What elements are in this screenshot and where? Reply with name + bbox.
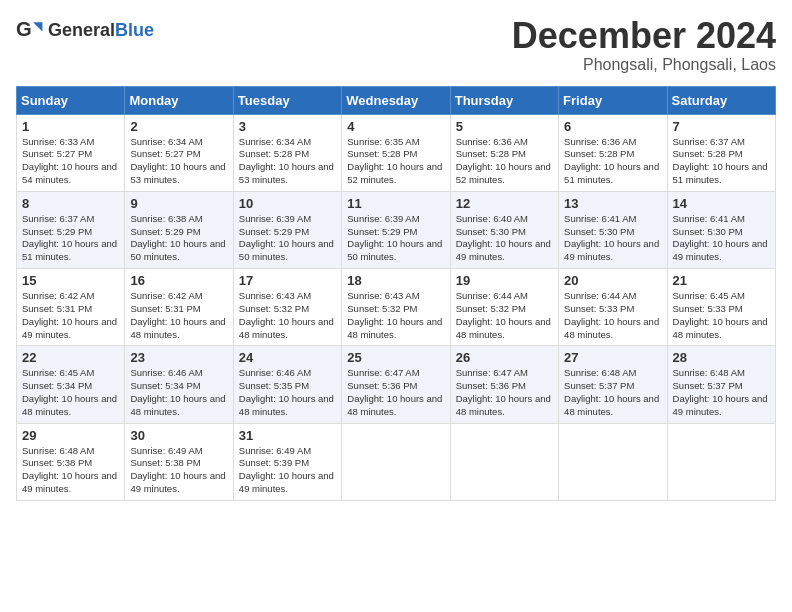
day-number: 4: [347, 119, 444, 134]
calendar-cell: 17Sunrise: 6:43 AMSunset: 5:32 PMDayligh…: [233, 269, 341, 346]
weekday-header-saturday: Saturday: [667, 86, 775, 114]
calendar: SundayMondayTuesdayWednesdayThursdayFrid…: [16, 86, 776, 501]
day-number: 20: [564, 273, 661, 288]
cell-info: Sunrise: 6:39 AMSunset: 5:29 PMDaylight:…: [239, 213, 336, 264]
cell-info: Sunrise: 6:42 AMSunset: 5:31 PMDaylight:…: [130, 290, 227, 341]
day-number: 9: [130, 196, 227, 211]
logo-icon: G: [16, 16, 44, 44]
cell-info: Sunrise: 6:47 AMSunset: 5:36 PMDaylight:…: [456, 367, 553, 418]
calendar-cell: 9Sunrise: 6:38 AMSunset: 5:29 PMDaylight…: [125, 191, 233, 268]
cell-info: Sunrise: 6:46 AMSunset: 5:35 PMDaylight:…: [239, 367, 336, 418]
day-number: 29: [22, 428, 119, 443]
cell-info: Sunrise: 6:49 AMSunset: 5:38 PMDaylight:…: [130, 445, 227, 496]
location-title: Phongsali, Phongsali, Laos: [512, 56, 776, 74]
calendar-cell: 8Sunrise: 6:37 AMSunset: 5:29 PMDaylight…: [17, 191, 125, 268]
day-number: 21: [673, 273, 770, 288]
cell-info: Sunrise: 6:34 AMSunset: 5:27 PMDaylight:…: [130, 136, 227, 187]
cell-info: Sunrise: 6:46 AMSunset: 5:34 PMDaylight:…: [130, 367, 227, 418]
weekday-header-sunday: Sunday: [17, 86, 125, 114]
day-number: 30: [130, 428, 227, 443]
logo-blue-text: Blue: [115, 20, 154, 40]
calendar-cell: [559, 423, 667, 500]
cell-info: Sunrise: 6:33 AMSunset: 5:27 PMDaylight:…: [22, 136, 119, 187]
cell-info: Sunrise: 6:45 AMSunset: 5:34 PMDaylight:…: [22, 367, 119, 418]
day-number: 22: [22, 350, 119, 365]
week-row-3: 15Sunrise: 6:42 AMSunset: 5:31 PMDayligh…: [17, 269, 776, 346]
day-number: 31: [239, 428, 336, 443]
day-number: 17: [239, 273, 336, 288]
day-number: 11: [347, 196, 444, 211]
calendar-cell: 28Sunrise: 6:48 AMSunset: 5:37 PMDayligh…: [667, 346, 775, 423]
calendar-cell: 12Sunrise: 6:40 AMSunset: 5:30 PMDayligh…: [450, 191, 558, 268]
calendar-cell: 27Sunrise: 6:48 AMSunset: 5:37 PMDayligh…: [559, 346, 667, 423]
week-row-4: 22Sunrise: 6:45 AMSunset: 5:34 PMDayligh…: [17, 346, 776, 423]
logo-general-text: General: [48, 20, 115, 40]
calendar-cell: 19Sunrise: 6:44 AMSunset: 5:32 PMDayligh…: [450, 269, 558, 346]
header: G GeneralBlue December 2024 Phongsali, P…: [16, 16, 776, 74]
day-number: 24: [239, 350, 336, 365]
svg-marker-1: [33, 22, 42, 31]
day-number: 8: [22, 196, 119, 211]
day-number: 12: [456, 196, 553, 211]
calendar-cell: 31Sunrise: 6:49 AMSunset: 5:39 PMDayligh…: [233, 423, 341, 500]
cell-info: Sunrise: 6:37 AMSunset: 5:29 PMDaylight:…: [22, 213, 119, 264]
calendar-cell: 29Sunrise: 6:48 AMSunset: 5:38 PMDayligh…: [17, 423, 125, 500]
day-number: 7: [673, 119, 770, 134]
cell-info: Sunrise: 6:45 AMSunset: 5:33 PMDaylight:…: [673, 290, 770, 341]
cell-info: Sunrise: 6:43 AMSunset: 5:32 PMDaylight:…: [239, 290, 336, 341]
logo: G GeneralBlue: [16, 16, 154, 44]
cell-info: Sunrise: 6:36 AMSunset: 5:28 PMDaylight:…: [564, 136, 661, 187]
day-number: 19: [456, 273, 553, 288]
day-number: 6: [564, 119, 661, 134]
calendar-cell: 23Sunrise: 6:46 AMSunset: 5:34 PMDayligh…: [125, 346, 233, 423]
weekday-header-friday: Friday: [559, 86, 667, 114]
calendar-cell: 5Sunrise: 6:36 AMSunset: 5:28 PMDaylight…: [450, 114, 558, 191]
week-row-1: 1Sunrise: 6:33 AMSunset: 5:27 PMDaylight…: [17, 114, 776, 191]
weekday-header-tuesday: Tuesday: [233, 86, 341, 114]
calendar-cell: 15Sunrise: 6:42 AMSunset: 5:31 PMDayligh…: [17, 269, 125, 346]
cell-info: Sunrise: 6:42 AMSunset: 5:31 PMDaylight:…: [22, 290, 119, 341]
cell-info: Sunrise: 6:44 AMSunset: 5:32 PMDaylight:…: [456, 290, 553, 341]
cell-info: Sunrise: 6:38 AMSunset: 5:29 PMDaylight:…: [130, 213, 227, 264]
calendar-cell: 13Sunrise: 6:41 AMSunset: 5:30 PMDayligh…: [559, 191, 667, 268]
day-number: 3: [239, 119, 336, 134]
day-number: 28: [673, 350, 770, 365]
calendar-cell: 4Sunrise: 6:35 AMSunset: 5:28 PMDaylight…: [342, 114, 450, 191]
day-number: 18: [347, 273, 444, 288]
calendar-cell: 26Sunrise: 6:47 AMSunset: 5:36 PMDayligh…: [450, 346, 558, 423]
calendar-cell: [667, 423, 775, 500]
weekday-header-wednesday: Wednesday: [342, 86, 450, 114]
day-number: 23: [130, 350, 227, 365]
cell-info: Sunrise: 6:39 AMSunset: 5:29 PMDaylight:…: [347, 213, 444, 264]
calendar-cell: 2Sunrise: 6:34 AMSunset: 5:27 PMDaylight…: [125, 114, 233, 191]
cell-info: Sunrise: 6:40 AMSunset: 5:30 PMDaylight:…: [456, 213, 553, 264]
day-number: 14: [673, 196, 770, 211]
calendar-cell: 10Sunrise: 6:39 AMSunset: 5:29 PMDayligh…: [233, 191, 341, 268]
week-row-2: 8Sunrise: 6:37 AMSunset: 5:29 PMDaylight…: [17, 191, 776, 268]
day-number: 10: [239, 196, 336, 211]
cell-info: Sunrise: 6:47 AMSunset: 5:36 PMDaylight:…: [347, 367, 444, 418]
cell-info: Sunrise: 6:41 AMSunset: 5:30 PMDaylight:…: [564, 213, 661, 264]
cell-info: Sunrise: 6:48 AMSunset: 5:38 PMDaylight:…: [22, 445, 119, 496]
day-number: 5: [456, 119, 553, 134]
calendar-cell: 11Sunrise: 6:39 AMSunset: 5:29 PMDayligh…: [342, 191, 450, 268]
cell-info: Sunrise: 6:48 AMSunset: 5:37 PMDaylight:…: [673, 367, 770, 418]
calendar-cell: 3Sunrise: 6:34 AMSunset: 5:28 PMDaylight…: [233, 114, 341, 191]
calendar-cell: 6Sunrise: 6:36 AMSunset: 5:28 PMDaylight…: [559, 114, 667, 191]
cell-info: Sunrise: 6:36 AMSunset: 5:28 PMDaylight:…: [456, 136, 553, 187]
weekday-header-monday: Monday: [125, 86, 233, 114]
month-title: December 2024: [512, 16, 776, 56]
cell-info: Sunrise: 6:35 AMSunset: 5:28 PMDaylight:…: [347, 136, 444, 187]
calendar-cell: 1Sunrise: 6:33 AMSunset: 5:27 PMDaylight…: [17, 114, 125, 191]
calendar-cell: 30Sunrise: 6:49 AMSunset: 5:38 PMDayligh…: [125, 423, 233, 500]
calendar-cell: 18Sunrise: 6:43 AMSunset: 5:32 PMDayligh…: [342, 269, 450, 346]
weekday-header-thursday: Thursday: [450, 86, 558, 114]
calendar-cell: 25Sunrise: 6:47 AMSunset: 5:36 PMDayligh…: [342, 346, 450, 423]
title-area: December 2024 Phongsali, Phongsali, Laos: [512, 16, 776, 74]
calendar-cell: [450, 423, 558, 500]
day-number: 27: [564, 350, 661, 365]
cell-info: Sunrise: 6:37 AMSunset: 5:28 PMDaylight:…: [673, 136, 770, 187]
day-number: 26: [456, 350, 553, 365]
cell-info: Sunrise: 6:49 AMSunset: 5:39 PMDaylight:…: [239, 445, 336, 496]
weekday-header-row: SundayMondayTuesdayWednesdayThursdayFrid…: [17, 86, 776, 114]
